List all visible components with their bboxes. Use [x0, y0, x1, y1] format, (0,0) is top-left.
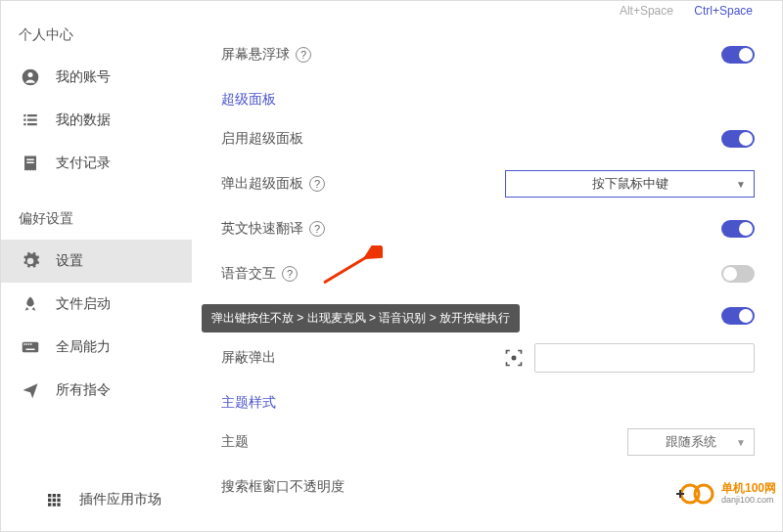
- nav-settings[interactable]: 设置: [1, 240, 192, 283]
- svg-rect-4: [23, 119, 25, 121]
- nav-plugins[interactable]: 插件应用市场: [1, 478, 192, 521]
- row-enable-panel: 启用超级面板: [221, 116, 755, 161]
- row-floatball: 屏幕悬浮球?: [221, 32, 755, 77]
- nav-my-data[interactable]: 我的数据: [1, 99, 192, 142]
- svg-rect-16: [48, 494, 51, 497]
- select-value: 跟随系统: [666, 433, 716, 451]
- toggle-voice[interactable]: [721, 265, 755, 283]
- watermark-url: danji100.com: [721, 496, 776, 506]
- help-icon[interactable]: ?: [296, 47, 311, 63]
- shortcuts: Alt+Space Ctrl+Space: [620, 4, 753, 18]
- nav-label: 我的账号: [56, 68, 111, 86]
- receipt-icon: [19, 152, 42, 175]
- svg-rect-3: [27, 114, 37, 116]
- nav-commands[interactable]: 所有指令: [1, 369, 192, 412]
- nav-label: 全局能力: [56, 338, 111, 356]
- keyboard-icon: [19, 335, 42, 359]
- svg-rect-2: [23, 114, 25, 116]
- group-super-panel: 超级面板: [221, 77, 755, 116]
- gear-icon: [19, 249, 42, 273]
- input-shield[interactable]: [534, 343, 755, 373]
- svg-rect-7: [27, 123, 37, 125]
- svg-rect-9: [26, 162, 34, 164]
- shortcut-active[interactable]: Ctrl+Space: [694, 4, 753, 18]
- row-shield: 屏蔽弹出: [221, 335, 755, 380]
- toggle-enable-panel[interactable]: [721, 130, 755, 148]
- label-opacity: 搜索框窗口不透明度: [221, 478, 345, 496]
- label-voice: 语音交互: [221, 265, 276, 283]
- apps-icon: [42, 488, 66, 511]
- help-icon[interactable]: ?: [309, 176, 325, 192]
- svg-rect-5: [27, 119, 37, 121]
- svg-rect-13: [28, 343, 30, 345]
- section-preferences: 偏好设置: [1, 204, 192, 240]
- rocket-icon: [19, 292, 42, 316]
- svg-rect-11: [23, 343, 25, 345]
- scan-icon[interactable]: [503, 347, 525, 369]
- nav-label: 支付记录: [56, 155, 111, 172]
- list-icon: [19, 109, 42, 132]
- shortcut-inactive: Alt+Space: [620, 4, 673, 18]
- svg-rect-14: [30, 343, 32, 345]
- nav-file-launch[interactable]: 文件启动: [1, 283, 192, 326]
- group-theme: 主题样式: [221, 380, 755, 420]
- help-icon[interactable]: ?: [282, 266, 298, 282]
- nav-label: 插件应用市场: [79, 491, 161, 509]
- nav-my-account[interactable]: 我的账号: [1, 56, 192, 99]
- toggle-en-translate[interactable]: [721, 220, 755, 238]
- label-enable-panel: 启用超级面板: [221, 130, 303, 148]
- row-popup-panel: 弹出超级面板? 按下鼠标中键 ▼: [221, 161, 755, 206]
- svg-rect-24: [57, 503, 60, 506]
- watermark-cn: 单机100网: [721, 482, 776, 495]
- help-icon[interactable]: ?: [309, 221, 325, 237]
- section-personal: 个人中心: [1, 21, 192, 56]
- watermark-logo-icon: [676, 482, 717, 506]
- nav-label: 设置: [56, 252, 83, 270]
- toggle-floatball[interactable]: [721, 46, 755, 64]
- row-opacity: 搜索框窗口不透明度: [221, 465, 755, 510]
- nav-label: 所有指令: [56, 381, 111, 399]
- row-voice: 语音交互?: [221, 251, 755, 296]
- svg-rect-12: [26, 343, 28, 345]
- svg-rect-15: [26, 349, 35, 351]
- nav-global[interactable]: 全局能力: [1, 326, 192, 369]
- nav-label: 文件启动: [56, 295, 111, 313]
- svg-rect-21: [57, 499, 60, 502]
- select-theme[interactable]: 跟随系统 ▼: [627, 428, 755, 456]
- send-icon: [19, 378, 42, 402]
- svg-rect-17: [53, 494, 56, 497]
- label-en-translate: 英文快速翻译: [221, 220, 303, 238]
- toggle-hidden[interactable]: [721, 307, 755, 325]
- svg-point-1: [28, 72, 33, 77]
- select-popup-trigger[interactable]: 按下鼠标中键 ▼: [505, 170, 755, 198]
- row-theme: 主题 跟随系统 ▼: [221, 420, 755, 465]
- label-floatball: 屏幕悬浮球: [221, 46, 290, 64]
- nav-payment[interactable]: 支付记录: [1, 142, 192, 185]
- chevron-down-icon: ▼: [736, 179, 746, 190]
- voice-tooltip: 弹出键按住不放 > 出现麦克风 > 语音识别 > 放开按键执行: [202, 304, 520, 332]
- svg-rect-20: [53, 499, 56, 502]
- main-panel: Alt+Space Ctrl+Space 屏幕悬浮球? 超级面板 启用超级面板 …: [192, 1, 782, 531]
- svg-point-25: [512, 356, 515, 359]
- label-shield: 屏蔽弹出: [221, 349, 276, 367]
- svg-rect-19: [48, 499, 51, 502]
- label-theme: 主题: [221, 433, 249, 451]
- label-popup-panel: 弹出超级面板: [221, 175, 303, 193]
- select-value: 按下鼠标中键: [592, 175, 668, 193]
- row-en-translate: 英文快速翻译?: [221, 206, 755, 251]
- svg-rect-6: [23, 123, 25, 125]
- account-icon: [19, 66, 42, 89]
- svg-rect-22: [48, 503, 51, 506]
- svg-rect-23: [53, 503, 56, 506]
- sidebar: 个人中心 我的账号 我的数据 支付记录 偏好设置 设置 文件启动 全局能力 所: [1, 1, 192, 531]
- nav-label: 我的数据: [56, 111, 111, 129]
- watermark: 单机100网 danji100.com: [676, 482, 776, 506]
- chevron-down-icon: ▼: [736, 437, 746, 448]
- svg-rect-18: [57, 494, 60, 497]
- svg-rect-8: [26, 159, 34, 161]
